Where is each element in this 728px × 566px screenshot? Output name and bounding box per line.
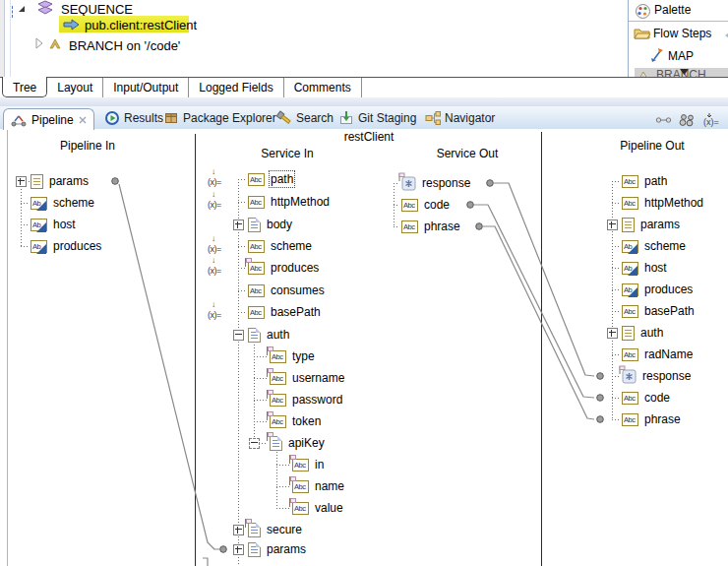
mapping-line-code[interactable]: [474, 205, 594, 398]
expand-toggle[interactable]: [233, 525, 244, 535]
invoke-step-label[interactable]: pub.client:restClient: [85, 18, 197, 32]
collapse-toggle[interactable]: [233, 330, 244, 341]
assigned-value-icon[interactable]: [208, 238, 229, 254]
map-endpoint-dot[interactable]: [597, 395, 604, 402]
pipeline-out-var-produces[interactable]: produces: [622, 282, 693, 297]
tab-layout[interactable]: Layout: [47, 78, 103, 97]
service-in-var-basepath[interactable]: basePath: [248, 304, 321, 320]
collapsed-arrow-icon[interactable]: [35, 37, 44, 49]
pipeline-out-var-auth[interactable]: auth: [622, 325, 663, 341]
string-icon: [248, 306, 265, 319]
tab-results[interactable]: Results: [104, 110, 163, 126]
mapping-line-params[interactable]: [119, 184, 219, 549]
service-in-var-password[interactable]: password: [270, 392, 342, 408]
service-in-var-apikey[interactable]: apiKey: [270, 435, 325, 451]
show-all-binoculars-icon[interactable]: [679, 112, 696, 128]
document-icon: [248, 218, 261, 232]
column-header-service-in: Service In: [238, 147, 336, 160]
string-icon: [248, 173, 265, 186]
service-in-var-params[interactable]: params: [248, 541, 306, 557]
column-header-service-out: Service Out: [418, 147, 516, 160]
service-in-var-body[interactable]: body: [248, 217, 292, 232]
tab-pipeline[interactable]: Pipeline: [3, 108, 94, 130]
tab-search-label: Search: [296, 111, 334, 125]
pipeline-out-var-params[interactable]: params: [622, 217, 680, 232]
pipeline-in-var-produces[interactable]: produces: [30, 238, 101, 254]
tab-logged-fields[interactable]: Logged Fields: [189, 78, 283, 97]
service-in-var-consumes[interactable]: consumes: [248, 283, 325, 298]
assigned-value-icon[interactable]: [208, 304, 229, 320]
string-icon: [622, 197, 638, 210]
service-in-var-produces[interactable]: produces: [248, 260, 319, 276]
service-in-var-httpmethod[interactable]: httpMethod: [248, 194, 330, 210]
assigned-value-icon[interactable]: [208, 194, 229, 210]
sequence-step-label[interactable]: SEQUENCE: [61, 2, 133, 17]
service-in-var-type[interactable]: type: [270, 348, 315, 364]
expand-toggle[interactable]: [16, 176, 27, 187]
expand-toggle[interactable]: [607, 220, 618, 230]
map-endpoint-dot[interactable]: [220, 546, 227, 553]
tab-comments[interactable]: Comments: [284, 78, 362, 97]
tab-tree[interactable]: Tree: [2, 77, 47, 97]
service-out-var-phrase[interactable]: phrase: [401, 219, 460, 234]
service-in-var-token[interactable]: token: [270, 413, 321, 429]
pipeline-in-var-params[interactable]: params: [30, 173, 89, 189]
assigned-value-icon[interactable]: [208, 260, 229, 276]
assign-value-icon[interactable]: (x)=: [702, 112, 722, 128]
service-in-var-username[interactable]: username: [270, 370, 344, 386]
palette-item-branch[interactable]: BRANCH: [635, 68, 728, 77]
pipeline-out-var-code[interactable]: code: [622, 390, 670, 406]
expand-toggle[interactable]: [233, 544, 244, 555]
tab-package-explorer[interactable]: Package Explorer: [163, 110, 276, 126]
string-icon: [270, 394, 286, 407]
tab-search[interactable]: Search: [276, 110, 334, 126]
pipeline-out-var-phrase[interactable]: phrase: [622, 411, 681, 427]
map-endpoint-dot[interactable]: [597, 416, 604, 423]
expanded-arrow-icon[interactable]: [17, 4, 27, 14]
designer-window: SEQUENCE pub.client:restClient BRANCH on…: [0, 0, 728, 566]
pipeline-in-var-host[interactable]: host: [30, 217, 76, 232]
pipeline-out-var-host[interactable]: host: [622, 260, 667, 276]
pipeline-out-var-path[interactable]: path: [622, 173, 667, 189]
link-endpoints-icon[interactable]: [655, 112, 672, 128]
mapping-line-response[interactable]: [494, 183, 594, 376]
service-in-var-in[interactable]: in: [292, 457, 324, 472]
pipeline-out-var-httpmethod[interactable]: httpMethod: [622, 195, 703, 211]
splitter-sash[interactable]: [0, 97, 728, 106]
map-endpoint-dot[interactable]: [487, 180, 494, 187]
service-in-var-name[interactable]: name: [292, 478, 344, 494]
map-endpoint-dot[interactable]: [467, 202, 474, 209]
string-icon: [248, 196, 265, 209]
pipeline-out-var-scheme[interactable]: scheme: [622, 238, 686, 254]
pipeline-out-var-response[interactable]: response: [622, 368, 691, 384]
map-endpoint-dot[interactable]: [112, 178, 119, 185]
service-in-var-scheme[interactable]: scheme: [248, 238, 312, 254]
string-icon: [270, 415, 286, 428]
mapping-line-partial[interactable]: [203, 558, 208, 566]
mapping-line-phrase[interactable]: [483, 226, 594, 419]
branch-step-label[interactable]: BRANCH on '/code': [69, 38, 180, 53]
pipeline-in-var-scheme[interactable]: scheme: [30, 195, 94, 211]
service-in-var-value[interactable]: value: [292, 500, 343, 516]
tab-git-staging[interactable]: Git Staging: [338, 110, 416, 126]
pipeline-out-var-basepath[interactable]: basePath: [622, 303, 695, 319]
tab-navigator[interactable]: Navigator: [425, 110, 495, 126]
palette-item-map[interactable]: MAP: [668, 49, 694, 63]
close-icon[interactable]: [79, 116, 87, 124]
tab-input-output[interactable]: Input/Output: [103, 78, 189, 97]
map-endpoint-dot[interactable]: [597, 373, 604, 380]
results-icon: [104, 110, 120, 126]
pipeline-out-var-radname[interactable]: radName: [622, 346, 693, 362]
service-out-var-code[interactable]: code: [401, 197, 450, 213]
service-in-var-path[interactable]: path: [248, 171, 293, 187]
expand-toggle[interactable]: [233, 220, 244, 230]
expand-toggle[interactable]: [607, 328, 618, 339]
palette-group-flow-steps[interactable]: Flow Steps: [653, 27, 711, 40]
service-in-var-secure[interactable]: secure: [248, 522, 302, 537]
optional-flag-icon: [289, 455, 296, 464]
assigned-value-icon[interactable]: [208, 171, 229, 187]
map-endpoint-dot[interactable]: [476, 223, 483, 230]
expand-toggle-focused[interactable]: [249, 438, 260, 449]
service-out-var-response[interactable]: response: [401, 175, 470, 191]
service-in-var-auth[interactable]: auth: [248, 327, 289, 343]
